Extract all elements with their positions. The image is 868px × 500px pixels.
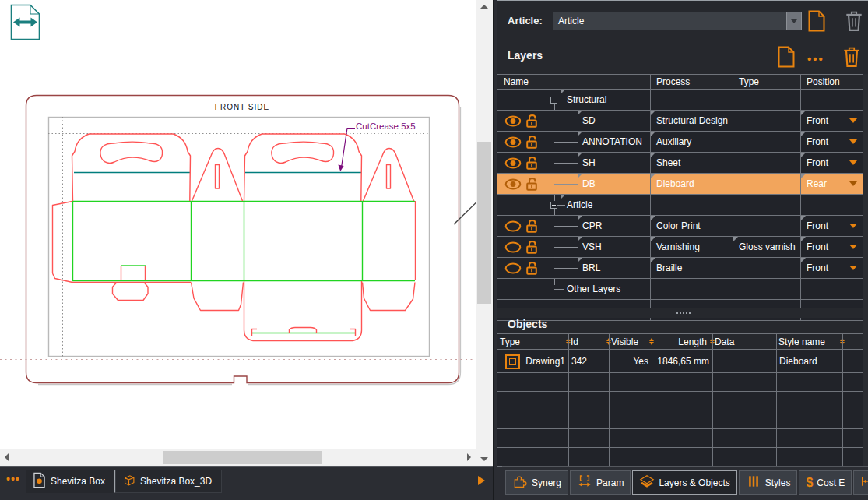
document-tab-1[interactable]: Shevitza Box_3D (115, 470, 222, 493)
lock-icon[interactable] (525, 219, 538, 234)
layer-position: Rear (807, 174, 827, 194)
position-dropdown-icon[interactable] (849, 160, 857, 169)
layer-row-DB[interactable]: DBDieboardRear (497, 174, 863, 195)
object-empty-row (497, 373, 863, 392)
position-dropdown-icon[interactable] (849, 118, 857, 127)
panel-button-label: Cost E (817, 477, 845, 488)
visibility-eye-icon[interactable] (504, 262, 522, 274)
cut-lines (53, 134, 416, 341)
objects-table: TypeIdVisibleLengthDataStyle nameDrawing… (497, 333, 863, 467)
tables-splitter[interactable] (497, 308, 863, 318)
panel-button-param[interactable]: Param (570, 470, 631, 495)
objects-column-type[interactable]: Type (497, 334, 573, 349)
layer-name: CPR (582, 216, 602, 236)
document-tab-label: Shevitza Box_3D (140, 476, 212, 487)
tab-overflow-button[interactable]: ••• (6, 473, 20, 485)
layer-name: SD (582, 111, 596, 131)
layer-row-VSH[interactable]: VSHVarnishingGloss varnishFront (497, 237, 863, 258)
canvas-horizontal-scrollbar[interactable] (0, 449, 476, 466)
cell-edit-mark (801, 153, 806, 157)
article-dropdown[interactable]: Article (553, 12, 802, 30)
layer-type: Gloss varnish (739, 237, 796, 257)
scroll-down-icon[interactable] (480, 457, 488, 461)
collapse-group-icon[interactable] (550, 97, 557, 104)
layers-column-position: Position (807, 76, 840, 87)
panel-button-dimen[interactable]: Dimen (853, 470, 868, 495)
vertical-scroll-thumb[interactable] (477, 142, 491, 304)
layers-title: Layers (508, 49, 543, 62)
cell-edit-mark (801, 216, 806, 220)
position-dropdown-icon[interactable] (849, 266, 857, 274)
panel-button-label: Synerg (532, 477, 561, 488)
visibility-eye-icon[interactable] (504, 178, 522, 190)
dimension-arrow-icon (860, 474, 868, 491)
layer-group-row[interactable]: Structural (497, 90, 863, 111)
layer-group-row[interactable]: Article (497, 195, 863, 216)
front-side-label: FRONT SIDE (215, 103, 269, 111)
lock-icon[interactable] (525, 240, 538, 255)
scroll-up-icon[interactable] (480, 5, 488, 9)
objects-column-id[interactable]: Id (568, 334, 613, 349)
lock-icon[interactable] (525, 261, 538, 276)
layer-row-SD[interactable]: SDStructural DesignFront (497, 111, 863, 132)
layers-more-button[interactable]: ••• (807, 52, 824, 65)
layer-row-SH[interactable]: SHSheetFront (497, 153, 863, 174)
panel-button-layers-objects[interactable]: Layers & Objects (632, 470, 736, 495)
drawing-canvas[interactable]: FRONT SIDE CutCrease 5x5 (0, 0, 476, 449)
objects-column-data[interactable]: Data (712, 334, 781, 349)
objects-column-length[interactable]: Length (652, 334, 717, 349)
object-visible: Yes (609, 350, 652, 372)
layer-row-ANNOTATION[interactable]: ANNOTATIONAuxiliaryFront (497, 132, 863, 153)
layer-position: Front (807, 237, 828, 257)
panel-switch-bar: SynergParamLayers & ObjectsStyles$Cost E… (502, 466, 868, 500)
panel-button-cost-e[interactable]: $Cost E (799, 470, 852, 495)
layers-diamond-icon (639, 474, 655, 491)
lock-icon[interactable] (525, 177, 538, 192)
dropdown-arrow-icon[interactable] (786, 12, 801, 30)
lock-icon[interactable] (525, 135, 538, 150)
objects-column-style-name[interactable]: Style name (776, 334, 847, 349)
scroll-left-icon[interactable] (5, 453, 9, 461)
panel-button-styles[interactable]: Styles (739, 470, 798, 495)
layer-process: Braille (656, 258, 682, 278)
new-layer-button[interactable] (777, 46, 796, 68)
styles-bars-icon (746, 474, 761, 491)
visibility-eye-icon[interactable] (504, 220, 522, 232)
panel-button-label: Layers & Objects (659, 477, 729, 488)
delete-article-button[interactable] (845, 10, 863, 32)
visibility-eye-icon[interactable] (504, 241, 522, 253)
canvas-vertical-scrollbar[interactable] (476, 0, 493, 466)
object-type: Drawing1 (519, 350, 568, 372)
collapse-group-icon[interactable] (550, 202, 557, 209)
lock-icon[interactable] (525, 114, 538, 129)
position-dropdown-icon[interactable] (849, 139, 857, 148)
objects-column-visible[interactable]: Visible (609, 334, 656, 349)
puzzle-icon (512, 474, 528, 491)
object-row-Drawing1[interactable]: Drawing1342Yes1846,65 mmDieboard (497, 350, 863, 373)
layer-group-row[interactable]: Other Layers (497, 279, 863, 300)
position-dropdown-icon[interactable] (849, 245, 857, 253)
horizontal-scroll-thumb[interactable] (163, 451, 322, 464)
position-dropdown-icon[interactable] (849, 181, 857, 190)
visibility-eye-icon[interactable] (504, 136, 522, 148)
visibility-eye-icon[interactable] (504, 157, 522, 169)
scroll-right-icon[interactable] (467, 453, 471, 461)
article-section: Article: Article (497, 1, 868, 41)
visibility-eye-icon[interactable] (504, 115, 522, 127)
layer-position: Front (807, 111, 828, 131)
delete-layer-button[interactable] (842, 46, 861, 68)
objects-title: Objects (508, 318, 547, 330)
document-tab-0[interactable]: Shevitza Box (26, 470, 115, 493)
cell-edit-mark (801, 174, 806, 178)
layer-row-CPR[interactable]: CPRColor PrintFront (497, 216, 863, 237)
cell-edit-mark (651, 237, 655, 241)
position-dropdown-icon[interactable] (849, 224, 857, 232)
new-article-button[interactable] (807, 10, 826, 32)
object-empty-row (497, 392, 863, 410)
panel-button-synerg[interactable]: Synerg (505, 470, 568, 495)
layer-row-BRL[interactable]: BRLBrailleFront (497, 258, 863, 279)
lock-icon[interactable] (525, 156, 538, 171)
layer-process: Dieboard (656, 174, 694, 194)
scroll-tabs-right-icon[interactable] (478, 476, 485, 485)
parameters-icon (577, 474, 592, 491)
